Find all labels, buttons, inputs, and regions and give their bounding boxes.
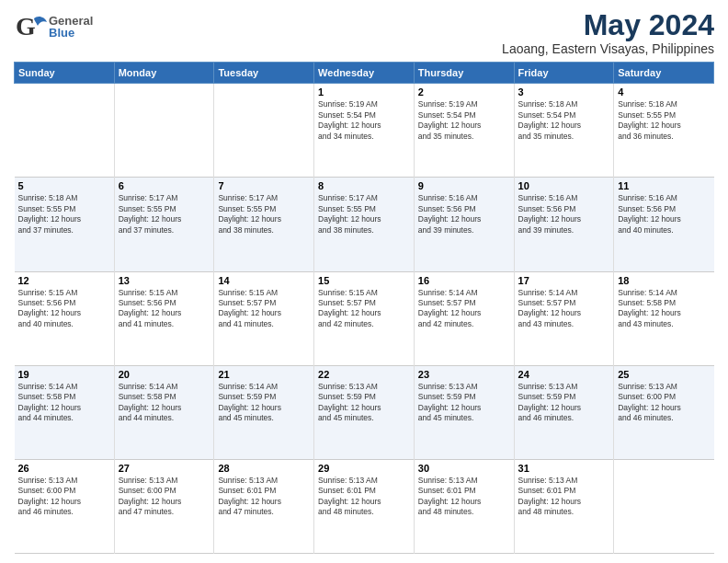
logo-blue-text: Blue — [49, 27, 93, 39]
calendar-cell: 10Sunrise: 5:16 AM Sunset: 5:56 PM Dayli… — [514, 178, 614, 271]
calendar-cell: 26Sunrise: 5:13 AM Sunset: 6:00 PM Dayli… — [15, 459, 115, 553]
date-number: 21 — [218, 369, 310, 380]
page: G General Blue May 2024 Laoang, Eastern … — [0, 0, 728, 563]
main-title: May 2024 — [502, 9, 714, 41]
calendar-cell — [614, 459, 714, 553]
cell-info: Sunrise: 5:14 AM Sunset: 5:58 PM Dayligh… — [18, 382, 110, 424]
calendar-cell: 12Sunrise: 5:15 AM Sunset: 5:56 PM Dayli… — [15, 271, 115, 365]
subtitle: Laoang, Eastern Visayas, Philippines — [502, 41, 714, 56]
svg-text:G: G — [16, 12, 36, 40]
calendar-cell: 30Sunrise: 5:13 AM Sunset: 6:01 PM Dayli… — [414, 459, 514, 553]
calendar-cell: 19Sunrise: 5:14 AM Sunset: 5:58 PM Dayli… — [15, 365, 115, 459]
cell-info: Sunrise: 5:18 AM Sunset: 5:55 PM Dayligh… — [618, 99, 710, 142]
calendar-cell: 1Sunrise: 5:19 AM Sunset: 5:54 PM Daylig… — [314, 84, 415, 178]
date-number: 2 — [418, 86, 510, 98]
date-number: 4 — [618, 86, 710, 98]
calendar-table: Sunday Monday Tuesday Wednesday Thursday… — [14, 62, 714, 554]
cell-info: Sunrise: 5:16 AM Sunset: 5:56 PM Dayligh… — [618, 193, 710, 236]
calendar-cell: 18Sunrise: 5:14 AM Sunset: 5:58 PM Dayli… — [614, 271, 714, 365]
date-number: 7 — [218, 180, 310, 191]
cell-info: Sunrise: 5:13 AM Sunset: 6:00 PM Dayligh… — [18, 476, 110, 518]
calendar-cell: 29Sunrise: 5:13 AM Sunset: 6:01 PM Dayli… — [314, 459, 415, 553]
col-sunday: Sunday — [15, 63, 115, 84]
cell-info: Sunrise: 5:13 AM Sunset: 6:01 PM Dayligh… — [318, 476, 410, 518]
calendar-cell: 9Sunrise: 5:16 AM Sunset: 5:56 PM Daylig… — [414, 178, 514, 271]
date-number: 16 — [418, 275, 510, 286]
date-number: 6 — [119, 180, 210, 191]
calendar-cell: 2Sunrise: 5:19 AM Sunset: 5:54 PM Daylig… — [414, 84, 514, 178]
cell-info: Sunrise: 5:14 AM Sunset: 5:57 PM Dayligh… — [518, 288, 610, 330]
calendar-cell — [15, 84, 115, 178]
date-number: 25 — [618, 369, 710, 380]
calendar-cell: 16Sunrise: 5:14 AM Sunset: 5:57 PM Dayli… — [414, 271, 514, 365]
col-monday: Monday — [114, 63, 214, 84]
cell-info: Sunrise: 5:17 AM Sunset: 5:55 PM Dayligh… — [119, 193, 210, 236]
date-number: 14 — [218, 275, 310, 286]
calendar-cell: 13Sunrise: 5:15 AM Sunset: 5:56 PM Dayli… — [114, 271, 214, 365]
calendar-cell: 23Sunrise: 5:13 AM Sunset: 5:59 PM Dayli… — [414, 365, 514, 459]
calendar-cell: 17Sunrise: 5:14 AM Sunset: 5:57 PM Dayli… — [514, 271, 614, 365]
cell-info: Sunrise: 5:13 AM Sunset: 6:00 PM Dayligh… — [119, 476, 210, 518]
cell-info: Sunrise: 5:13 AM Sunset: 6:01 PM Dayligh… — [518, 476, 610, 518]
calendar-cell — [114, 84, 214, 178]
date-number: 17 — [518, 275, 610, 286]
cell-info: Sunrise: 5:14 AM Sunset: 5:58 PM Dayligh… — [119, 382, 210, 424]
calendar-cell: 14Sunrise: 5:15 AM Sunset: 5:57 PM Dayli… — [214, 271, 314, 365]
cell-info: Sunrise: 5:15 AM Sunset: 5:57 PM Dayligh… — [318, 288, 410, 330]
cell-info: Sunrise: 5:14 AM Sunset: 5:57 PM Dayligh… — [418, 288, 510, 330]
date-number: 20 — [119, 369, 210, 380]
cell-info: Sunrise: 5:18 AM Sunset: 5:54 PM Dayligh… — [518, 99, 610, 142]
calendar-cell: 5Sunrise: 5:18 AM Sunset: 5:55 PM Daylig… — [15, 178, 115, 271]
cell-info: Sunrise: 5:14 AM Sunset: 5:59 PM Dayligh… — [218, 382, 310, 424]
date-number: 5 — [18, 180, 110, 191]
date-number: 24 — [518, 369, 610, 380]
date-number: 10 — [518, 180, 610, 191]
date-number: 15 — [318, 275, 410, 286]
date-number: 23 — [418, 369, 510, 380]
date-number: 29 — [318, 463, 410, 474]
calendar-week-row: 5Sunrise: 5:18 AM Sunset: 5:55 PM Daylig… — [15, 178, 714, 271]
logo: G General Blue — [14, 9, 93, 44]
col-saturday: Saturday — [614, 63, 714, 84]
calendar-cell: 11Sunrise: 5:16 AM Sunset: 5:56 PM Dayli… — [614, 178, 714, 271]
cell-info: Sunrise: 5:13 AM Sunset: 5:59 PM Dayligh… — [518, 382, 610, 424]
logo-name: General Blue — [49, 15, 93, 39]
calendar-cell: 25Sunrise: 5:13 AM Sunset: 6:00 PM Dayli… — [614, 365, 714, 459]
col-tuesday: Tuesday — [214, 63, 314, 84]
calendar-cell: 15Sunrise: 5:15 AM Sunset: 5:57 PM Dayli… — [314, 271, 415, 365]
cell-info: Sunrise: 5:15 AM Sunset: 5:56 PM Dayligh… — [119, 288, 210, 330]
date-number: 31 — [518, 463, 610, 474]
date-number: 27 — [119, 463, 210, 474]
calendar-week-row: 19Sunrise: 5:14 AM Sunset: 5:58 PM Dayli… — [15, 365, 714, 459]
cell-info: Sunrise: 5:19 AM Sunset: 5:54 PM Dayligh… — [418, 99, 510, 142]
date-number: 12 — [18, 275, 110, 286]
col-friday: Friday — [514, 63, 614, 84]
date-number: 11 — [618, 180, 710, 191]
cell-info: Sunrise: 5:17 AM Sunset: 5:55 PM Dayligh… — [318, 193, 410, 236]
date-number: 18 — [618, 275, 710, 286]
col-wednesday: Wednesday — [314, 63, 415, 84]
cell-info: Sunrise: 5:14 AM Sunset: 5:58 PM Dayligh… — [618, 288, 710, 330]
calendar-cell — [214, 84, 314, 178]
date-number: 9 — [418, 180, 510, 191]
logo-icon: G — [14, 9, 49, 44]
calendar-cell: 7Sunrise: 5:17 AM Sunset: 5:55 PM Daylig… — [214, 178, 314, 271]
cell-info: Sunrise: 5:13 AM Sunset: 6:01 PM Dayligh… — [218, 476, 310, 518]
date-number: 1 — [318, 86, 410, 98]
calendar-week-row: 1Sunrise: 5:19 AM Sunset: 5:54 PM Daylig… — [15, 84, 714, 178]
cell-info: Sunrise: 5:13 AM Sunset: 5:59 PM Dayligh… — [418, 382, 510, 424]
header: G General Blue May 2024 Laoang, Eastern … — [14, 9, 714, 56]
date-number: 22 — [318, 369, 410, 380]
calendar-cell: 31Sunrise: 5:13 AM Sunset: 6:01 PM Dayli… — [514, 459, 614, 553]
date-number: 13 — [119, 275, 210, 286]
calendar-cell: 28Sunrise: 5:13 AM Sunset: 6:01 PM Dayli… — [214, 459, 314, 553]
title-block: May 2024 Laoang, Eastern Visayas, Philip… — [502, 9, 714, 56]
cell-info: Sunrise: 5:15 AM Sunset: 5:57 PM Dayligh… — [218, 288, 310, 330]
cell-info: Sunrise: 5:19 AM Sunset: 5:54 PM Dayligh… — [318, 99, 410, 142]
calendar-cell: 24Sunrise: 5:13 AM Sunset: 5:59 PM Dayli… — [514, 365, 614, 459]
calendar-cell: 22Sunrise: 5:13 AM Sunset: 5:59 PM Dayli… — [314, 365, 415, 459]
calendar-cell: 21Sunrise: 5:14 AM Sunset: 5:59 PM Dayli… — [214, 365, 314, 459]
calendar-header-row: Sunday Monday Tuesday Wednesday Thursday… — [15, 63, 714, 84]
calendar-cell: 3Sunrise: 5:18 AM Sunset: 5:54 PM Daylig… — [514, 84, 614, 178]
calendar-cell: 8Sunrise: 5:17 AM Sunset: 5:55 PM Daylig… — [314, 178, 415, 271]
